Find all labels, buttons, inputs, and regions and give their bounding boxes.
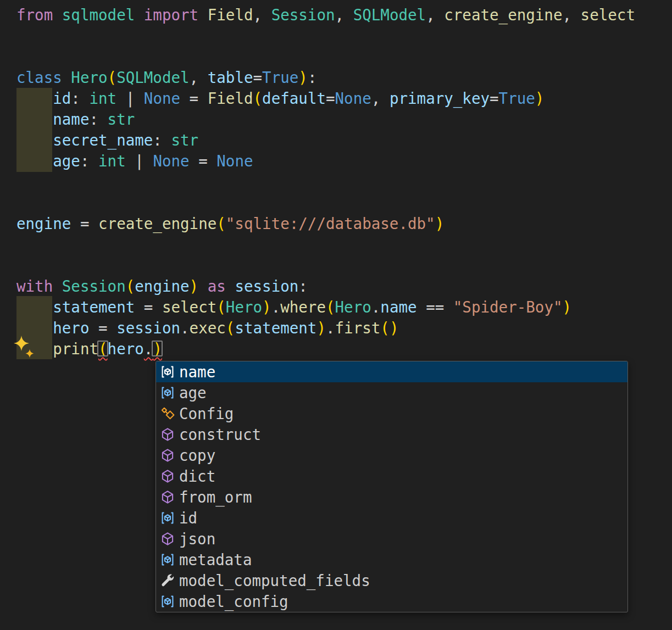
code-token bbox=[16, 152, 53, 170]
suggest-item-dict[interactable]: dict bbox=[156, 466, 627, 487]
code-line bbox=[16, 171, 635, 192]
code-line: class Hero(SQLModel, table=True): bbox=[16, 67, 635, 88]
code-token: , bbox=[335, 6, 353, 24]
code-token: "Spider-Boy" bbox=[453, 298, 563, 316]
suggest-item-copy[interactable]: copy bbox=[156, 445, 627, 466]
code-lines: from sqlmodel import Field, Session, SQL… bbox=[0, 4, 635, 359]
code-token: ) bbox=[435, 215, 445, 232]
code-token: sqlmodel bbox=[62, 6, 135, 24]
code-line bbox=[16, 234, 635, 255]
method-icon bbox=[159, 469, 176, 484]
code-token: select bbox=[581, 6, 635, 24]
code-token: , bbox=[562, 6, 580, 24]
code-line: age: int | None = None bbox=[16, 150, 635, 171]
code-token: name bbox=[380, 298, 416, 316]
method-icon bbox=[159, 448, 176, 463]
suggest-item-json[interactable]: json bbox=[156, 528, 627, 549]
code-token: session bbox=[116, 319, 180, 337]
code-token: Field bbox=[208, 6, 253, 24]
field-icon bbox=[159, 364, 176, 380]
code-token: = bbox=[71, 215, 98, 232]
code-token: table bbox=[208, 69, 253, 86]
code-token: ) bbox=[535, 90, 545, 107]
code-token bbox=[16, 90, 53, 107]
suggest-item-Config[interactable]: Config bbox=[156, 403, 627, 424]
code-token: : bbox=[298, 277, 308, 295]
code-token: str bbox=[108, 110, 135, 128]
code-token: print bbox=[53, 340, 98, 358]
code-token: primary_key bbox=[390, 90, 490, 107]
suggest-item-label: model_computed_fields bbox=[179, 570, 627, 591]
code-token: = bbox=[180, 90, 208, 107]
code-token: session bbox=[235, 277, 298, 295]
code-token: int bbox=[89, 90, 116, 107]
code-token: None bbox=[216, 152, 253, 170]
suggest-item-model_config[interactable]: model_config bbox=[156, 591, 627, 612]
code-token: ) bbox=[390, 319, 399, 337]
code-line: with Session(engine) as session: bbox=[16, 276, 635, 297]
code-token: Field bbox=[208, 90, 253, 107]
copilot-sparkle-icon[interactable] bbox=[13, 335, 36, 359]
code-token: ( bbox=[380, 319, 390, 337]
code-token: secret_name bbox=[53, 131, 153, 149]
code-token: ) bbox=[563, 298, 572, 316]
code-token: import bbox=[144, 6, 198, 24]
code-token: None bbox=[153, 152, 189, 170]
code-token: == bbox=[417, 298, 453, 316]
code-token: None bbox=[335, 90, 371, 107]
suggest-item-age[interactable]: age bbox=[156, 382, 627, 403]
code-token: "sqlite:///database.db" bbox=[226, 215, 435, 232]
code-token: = bbox=[326, 90, 335, 107]
code-token: statement bbox=[53, 298, 135, 316]
code-token: with bbox=[16, 277, 62, 295]
code-token: name bbox=[53, 110, 89, 128]
code-token: ) bbox=[153, 340, 162, 358]
code-line: engine = create_engine("sqlite:///databa… bbox=[16, 213, 635, 234]
suggest-item-label: construct bbox=[179, 424, 627, 445]
suggest-item-label: id bbox=[179, 508, 627, 528]
code-token: = bbox=[490, 90, 499, 107]
code-line bbox=[16, 255, 635, 276]
code-token: ) bbox=[298, 69, 308, 86]
code-token: first bbox=[335, 319, 381, 337]
code-token bbox=[16, 131, 53, 149]
method-icon bbox=[159, 531, 176, 547]
suggest-item-id[interactable]: id bbox=[156, 508, 627, 528]
code-token: : bbox=[308, 69, 317, 86]
code-token: str bbox=[171, 131, 198, 149]
code-token: ( bbox=[226, 319, 235, 337]
code-line: secret_name: str bbox=[16, 130, 635, 150]
suggest-widget[interactable]: nameageConfigconstructcopydictfrom_ormid… bbox=[155, 361, 628, 612]
code-token: . bbox=[326, 319, 335, 337]
suggest-item-metadata[interactable]: metadata bbox=[156, 549, 627, 570]
suggest-item-from_orm[interactable]: from_orm bbox=[156, 487, 627, 508]
code-token: True bbox=[499, 90, 535, 107]
code-token: hero bbox=[53, 319, 89, 337]
code-token: default bbox=[262, 90, 326, 107]
suggest-item-label: age bbox=[179, 382, 627, 403]
class-icon bbox=[159, 406, 176, 421]
code-token: ( bbox=[216, 298, 226, 316]
code-line: statement = select(Hero).where(Hero.name… bbox=[16, 297, 635, 317]
code-token: hero bbox=[108, 340, 144, 358]
code-token: = bbox=[135, 298, 162, 316]
field-icon bbox=[159, 510, 176, 526]
code-token: SQLModel bbox=[116, 69, 189, 86]
code-token: Hero bbox=[335, 298, 371, 316]
code-token: create_engine bbox=[98, 215, 216, 232]
suggest-item-name[interactable]: name bbox=[156, 361, 627, 382]
code-token: : bbox=[80, 152, 98, 170]
suggest-item-model_computed_fields[interactable]: model_computed_fields bbox=[156, 570, 627, 591]
code-token: SQLModel bbox=[353, 6, 426, 24]
code-editor-screen: { "palette": { "editor_bg": "#1f1f1f", "… bbox=[0, 0, 672, 630]
suggest-item-label: copy bbox=[179, 445, 627, 466]
code-token: . bbox=[271, 298, 281, 316]
code-token bbox=[16, 298, 53, 316]
suggest-item-construct[interactable]: construct bbox=[156, 424, 627, 445]
method-icon bbox=[159, 489, 176, 505]
code-token: ) bbox=[190, 277, 199, 295]
code-token: where bbox=[280, 298, 326, 316]
code-token bbox=[16, 319, 53, 337]
field-icon bbox=[159, 385, 176, 400]
code-token: = bbox=[190, 152, 217, 170]
